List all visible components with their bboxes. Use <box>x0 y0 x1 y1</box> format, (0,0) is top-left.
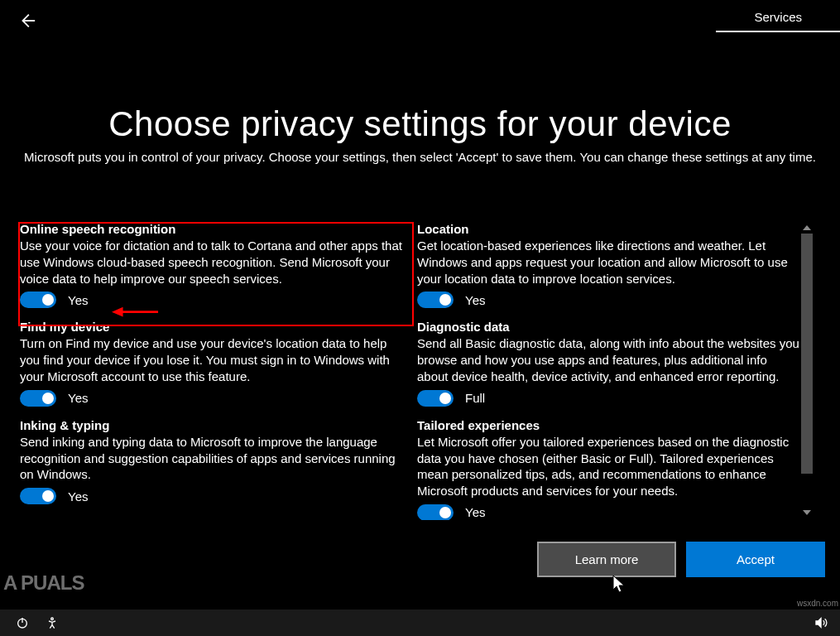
toggle-tailored[interactable] <box>417 504 454 520</box>
section-desc-diagnostic: Send all Basic diagnostic data, along wi… <box>417 335 801 384</box>
toggle-label-tailored: Yes <box>465 505 485 519</box>
settings-scroll-area: Online speech recognition Use your voice… <box>20 222 814 520</box>
scrollbar[interactable] <box>801 225 813 515</box>
toggle-label-speech: Yes <box>68 293 88 307</box>
section-inking: Inking & typing Send inking and typing d… <box>20 418 404 504</box>
section-desc-tailored: Let Microsoft offer you tailored experie… <box>417 434 801 499</box>
section-title-speech: Online speech recognition <box>20 222 404 236</box>
section-title-find-device: Find my device <box>20 320 404 334</box>
accessibility-icon[interactable] <box>45 615 60 630</box>
back-button[interactable] <box>18 12 38 31</box>
scroll-down-icon[interactable] <box>803 510 811 515</box>
svg-marker-6 <box>816 619 821 628</box>
cursor-icon <box>612 575 627 595</box>
section-title-inking: Inking & typing <box>20 418 404 432</box>
section-desc-location: Get location-based experiences like dire… <box>417 238 801 287</box>
section-title-diagnostic: Diagnostic data <box>417 320 801 334</box>
toggle-location[interactable] <box>417 292 454 308</box>
toggle-diagnostic[interactable] <box>417 390 454 407</box>
section-desc-inking: Send inking and typing data to Microsoft… <box>20 434 404 483</box>
toggle-find-device[interactable] <box>20 390 56 407</box>
toggle-label-find-device: Yes <box>68 391 88 405</box>
scroll-thumb[interactable] <box>801 234 813 474</box>
section-speech: Online speech recognition Use your voice… <box>20 222 404 308</box>
section-diagnostic: Diagnostic data Send all Basic diagnosti… <box>417 320 801 406</box>
taskbar <box>0 610 840 636</box>
volume-icon[interactable] <box>814 615 828 630</box>
section-title-tailored: Tailored experiences <box>417 418 801 432</box>
page-subtitle: Microsoft puts you in control of your pr… <box>15 149 826 166</box>
scroll-track[interactable] <box>801 230 813 510</box>
toggle-inking[interactable] <box>20 488 56 504</box>
section-find-device: Find my device Turn on Find my device an… <box>20 320 404 406</box>
toggle-label-diagnostic: Full <box>465 391 485 405</box>
power-icon[interactable] <box>15 615 30 630</box>
watermark-small: wsxdn.com <box>797 599 838 608</box>
toggle-speech[interactable] <box>20 292 56 308</box>
watermark-main-text: A PUALS <box>3 571 84 595</box>
page-title: Choose privacy settings for your device <box>0 104 840 144</box>
section-desc-speech: Use your voice for dictation and to talk… <box>20 238 404 287</box>
svg-point-5 <box>51 618 54 620</box>
learn-more-button[interactable]: Learn more <box>537 542 676 577</box>
accept-button[interactable]: Accept <box>686 542 825 577</box>
section-title-location: Location <box>417 222 801 236</box>
section-tailored: Tailored experiences Let Microsoft offer… <box>417 418 801 520</box>
toggle-label-inking: Yes <box>68 489 88 504</box>
tab-services[interactable]: Services <box>716 0 840 32</box>
toggle-label-location: Yes <box>465 293 485 307</box>
section-desc-find-device: Turn on Find my device and use your devi… <box>20 335 404 384</box>
section-location: Location Get location-based experiences … <box>417 222 801 308</box>
watermark-main: A PUALS <box>3 571 84 595</box>
